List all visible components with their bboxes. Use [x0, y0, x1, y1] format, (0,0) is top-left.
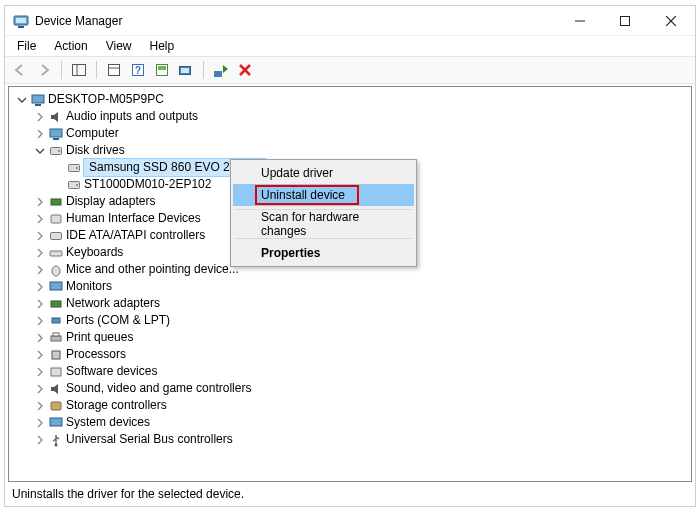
expand-icon[interactable]: [33, 331, 47, 345]
scan-hardware-button[interactable]: [175, 59, 197, 81]
computer-icon: [48, 126, 64, 142]
monitor-icon: [48, 279, 64, 295]
menu-file[interactable]: File: [9, 37, 44, 55]
expand-icon[interactable]: [33, 127, 47, 141]
svg-rect-43: [50, 418, 62, 426]
uninstall-button[interactable]: [234, 59, 256, 81]
svg-rect-9: [109, 65, 120, 76]
expand-icon[interactable]: [33, 399, 47, 413]
expand-icon[interactable]: [33, 382, 47, 396]
tree-network[interactable]: Network adapters: [11, 295, 689, 312]
menu-action[interactable]: Action: [46, 37, 95, 55]
software-icon: [48, 364, 64, 380]
printer-icon: [48, 330, 64, 346]
expand-icon[interactable]: [33, 246, 47, 260]
cm-properties[interactable]: Properties: [233, 242, 414, 264]
show-hide-tree-button[interactable]: [68, 59, 90, 81]
svg-rect-40: [52, 351, 60, 359]
usb-icon: [48, 432, 64, 448]
tree-root[interactable]: DESKTOP-M05P9PC: [11, 91, 689, 108]
tree-sound[interactable]: Sound, video and game controllers: [11, 380, 689, 397]
menu-view[interactable]: View: [98, 37, 140, 55]
tree-computer[interactable]: Computer: [11, 125, 689, 142]
disk-icon: [66, 177, 82, 193]
svg-rect-22: [50, 129, 62, 137]
minimize-button[interactable]: [557, 6, 602, 35]
port-icon: [48, 313, 64, 329]
tree-usb[interactable]: Universal Serial Bus controllers: [11, 431, 689, 448]
svg-rect-39: [53, 333, 59, 336]
expand-icon[interactable]: [33, 416, 47, 430]
sound-icon: [48, 381, 64, 397]
svg-rect-23: [53, 138, 59, 140]
controller-icon: [48, 228, 64, 244]
audio-icon: [48, 109, 64, 125]
svg-point-27: [76, 167, 78, 169]
storage-icon: [48, 398, 64, 414]
computer-icon: [30, 92, 46, 108]
forward-button[interactable]: [33, 59, 55, 81]
expand-icon[interactable]: [33, 297, 47, 311]
status-text: Uninstalls the driver for the selected d…: [12, 487, 244, 501]
svg-rect-36: [51, 301, 61, 307]
svg-point-34: [52, 266, 60, 276]
enable-device-button[interactable]: [210, 59, 232, 81]
expand-icon[interactable]: [33, 348, 47, 362]
svg-point-29: [76, 184, 78, 186]
svg-rect-31: [51, 215, 61, 223]
svg-rect-30: [51, 199, 61, 205]
svg-rect-42: [51, 402, 61, 410]
svg-rect-16: [181, 68, 189, 73]
expand-icon[interactable]: [33, 280, 47, 294]
back-button[interactable]: [9, 59, 31, 81]
mouse-icon: [48, 262, 64, 278]
expand-icon[interactable]: [33, 195, 47, 209]
disk-icon: [48, 143, 64, 159]
tree-root-label: DESKTOP-M05P9PC: [48, 91, 170, 108]
window-title: Device Manager: [35, 14, 557, 28]
expand-icon[interactable]: [33, 365, 47, 379]
tree-printq[interactable]: Print queues: [11, 329, 689, 346]
update-driver-button[interactable]: [151, 59, 173, 81]
properties-button[interactable]: [103, 59, 125, 81]
tree-system[interactable]: System devices: [11, 414, 689, 431]
svg-rect-32: [51, 232, 62, 239]
context-menu: Update driver Uninstall device Scan for …: [230, 159, 417, 267]
svg-rect-35: [50, 282, 62, 290]
menu-help[interactable]: Help: [142, 37, 183, 55]
tree-panel: DESKTOP-M05P9PC Audio inputs and outputs…: [8, 86, 692, 482]
toolbar: ?: [5, 56, 695, 84]
expand-icon[interactable]: [33, 110, 47, 124]
expand-icon[interactable]: [33, 433, 47, 447]
tree-storage[interactable]: Storage controllers: [11, 397, 689, 414]
svg-point-44: [55, 443, 58, 446]
svg-rect-14: [158, 66, 166, 70]
help-button[interactable]: ?: [127, 59, 149, 81]
expand-icon[interactable]: [33, 212, 47, 226]
system-icon: [48, 415, 64, 431]
svg-rect-21: [35, 104, 41, 106]
status-bar: Uninstalls the driver for the selected d…: [8, 484, 692, 504]
expand-icon[interactable]: [33, 229, 47, 243]
collapse-icon[interactable]: [33, 144, 47, 158]
collapse-icon[interactable]: [15, 93, 29, 107]
cm-update-driver[interactable]: Update driver: [233, 162, 414, 184]
app-icon: [13, 13, 29, 29]
tree-software[interactable]: Software devices: [11, 363, 689, 380]
svg-rect-41: [51, 368, 61, 376]
cm-scan-hardware[interactable]: Scan for hardware changes: [233, 213, 414, 235]
tree-ports[interactable]: Ports (COM & LPT): [11, 312, 689, 329]
svg-rect-38: [51, 336, 61, 341]
svg-rect-17: [214, 71, 222, 77]
tree-monitors[interactable]: Monitors: [11, 278, 689, 295]
expand-icon[interactable]: [33, 314, 47, 328]
maximize-button[interactable]: [602, 6, 647, 35]
close-button[interactable]: [647, 6, 695, 35]
tree-audio[interactable]: Audio inputs and outputs: [11, 108, 689, 125]
svg-rect-1: [18, 26, 24, 28]
hid-icon: [48, 211, 64, 227]
tree-disk-drives[interactable]: Disk drives: [11, 142, 689, 159]
expand-icon[interactable]: [33, 263, 47, 277]
network-icon: [48, 296, 64, 312]
tree-processors[interactable]: Processors: [11, 346, 689, 363]
